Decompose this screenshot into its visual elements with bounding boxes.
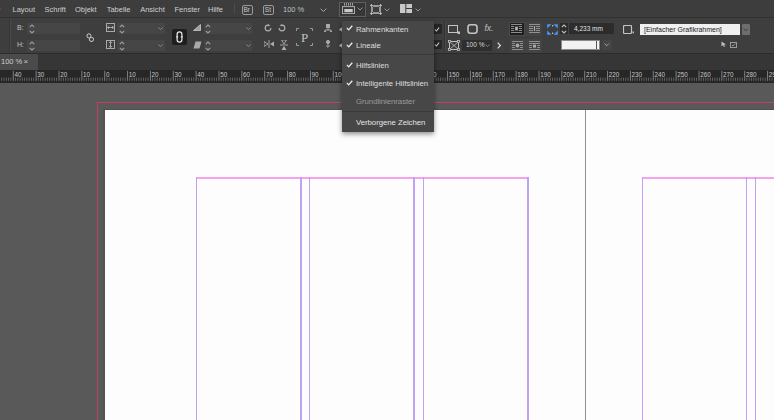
svg-text:P: P <box>301 29 308 44</box>
